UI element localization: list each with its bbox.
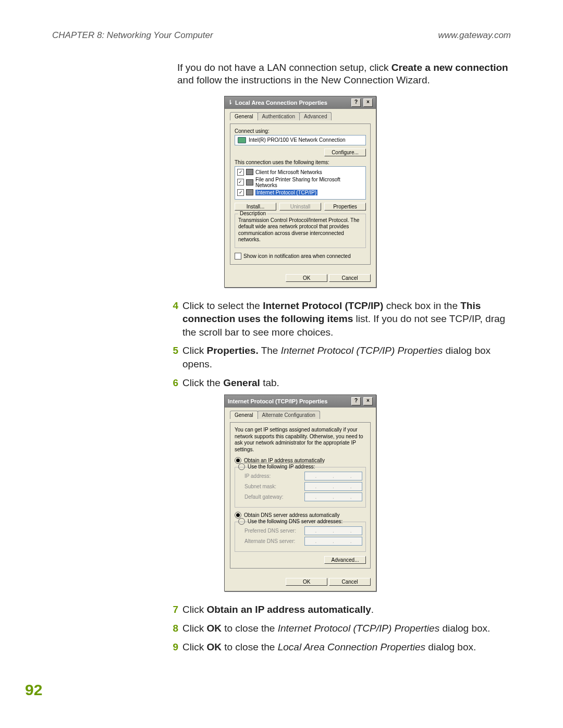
checkbox-icon[interactable]: [237, 179, 244, 186]
connection-items-list[interactable]: Client for Microsoft Networks File and P…: [235, 166, 366, 200]
tab-general[interactable]: General: [230, 411, 258, 419]
subnet-mask-row: Subnet mask:...: [238, 482, 362, 491]
adapter-name: Intel(R) PRO/100 VE Network Connection: [249, 137, 346, 143]
description-group: Description Transmission Control Protoco…: [235, 214, 366, 248]
step-7: 7 Click Obtain an IP address automatical…: [167, 603, 511, 616]
item-tcpip[interactable]: Internet Protocol (TCP/IP): [237, 189, 363, 196]
tab-general[interactable]: General: [230, 112, 258, 120]
step-6: 6 Click the General tab.: [167, 376, 511, 390]
tcpip-properties-dialog: Internet Protocol (TCP/IP) Properties ? …: [224, 394, 376, 591]
checkbox-icon[interactable]: [237, 169, 244, 176]
description-text: Transmission Control Protocol/Internet P…: [238, 217, 362, 243]
ok-button[interactable]: OK: [286, 274, 327, 282]
radio-static-ip[interactable]: Use the following IP address:: [238, 463, 362, 470]
checkbox-icon[interactable]: [235, 253, 241, 260]
nic-icon: [238, 137, 246, 143]
adapter-field: Intel(R) PRO/100 VE Network Connection: [235, 135, 366, 145]
checkbox-icon[interactable]: [237, 189, 244, 196]
network-icon: ⇂: [228, 99, 232, 106]
lan-properties-dialog: ⇂ Local Area Connection Properties ? × G…: [224, 96, 376, 288]
ip-address-input: ...: [304, 472, 362, 480]
tcpip-dialog-titlebar[interactable]: Internet Protocol (TCP/IP) Properties ? …: [225, 395, 376, 408]
tcpip-selected-label: Internet Protocol (TCP/IP): [255, 190, 317, 195]
item-file-printer-sharing[interactable]: File and Printer Sharing for Microsoft N…: [237, 176, 363, 189]
step-9: 9 Click OK to close the Local Area Conne…: [167, 640, 511, 654]
protocol-icon: [246, 189, 253, 195]
step-5: 5 Click Properties. The Internet Protoco…: [167, 344, 511, 371]
step-8: 8 Click OK to close the Internet Protoco…: [167, 622, 511, 635]
alternate-dns-row: Alternate DNS server:...: [238, 537, 362, 546]
tcpip-explain-text: You can get IP settings assigned automat…: [235, 427, 366, 453]
default-gateway-row: Default gateway:...: [238, 492, 362, 501]
description-title: Description: [238, 211, 267, 216]
tab-alternate-config[interactable]: Alternate Configuration: [258, 411, 320, 419]
cancel-button[interactable]: Cancel: [329, 578, 371, 586]
header-url: www.gateway.com: [438, 30, 511, 41]
client-icon: [246, 169, 253, 175]
tcpip-dialog-title: Internet Protocol (TCP/IP) Properties: [228, 398, 327, 404]
page-header: CHAPTER 8: Networking Your Computer www.…: [52, 30, 511, 41]
radio-icon[interactable]: [238, 463, 245, 470]
close-button[interactable]: ×: [363, 397, 373, 405]
properties-button[interactable]: Properties: [324, 203, 366, 211]
tab-authentication[interactable]: Authentication: [258, 112, 300, 120]
sharing-icon: [246, 179, 253, 186]
help-button[interactable]: ?: [351, 397, 361, 405]
subnet-mask-input: ...: [304, 482, 362, 491]
items-label: This connection uses the following items…: [235, 159, 366, 165]
show-icon-option[interactable]: Show icon in notification area when conn…: [235, 252, 366, 260]
preferred-dns-row: Preferred DNS server:...: [238, 526, 362, 535]
configure-button[interactable]: Configure...: [324, 149, 366, 156]
preferred-dns-input: ...: [304, 526, 362, 535]
ip-address-row: IP address:...: [238, 472, 362, 480]
lan-dialog-titlebar[interactable]: ⇂ Local Area Connection Properties ? ×: [225, 96, 376, 109]
install-button[interactable]: Install...: [235, 203, 276, 211]
cancel-button[interactable]: Cancel: [329, 274, 371, 282]
lan-tabs: General Authentication Advanced: [230, 112, 371, 120]
page-number: 92: [25, 681, 42, 699]
connect-using-label: Connect using:: [235, 128, 366, 134]
close-button[interactable]: ×: [363, 98, 373, 107]
radio-static-dns[interactable]: Use the following DNS server addresses:: [238, 518, 362, 525]
tab-advanced[interactable]: Advanced: [299, 112, 332, 120]
tcpip-tabs: General Alternate Configuration: [230, 411, 371, 419]
default-gateway-input: ...: [304, 492, 362, 501]
help-button[interactable]: ?: [351, 98, 361, 107]
uninstall-button: Uninstall: [279, 203, 321, 211]
radio-icon[interactable]: [238, 518, 245, 525]
chapter-title: CHAPTER 8: Networking Your Computer: [52, 30, 213, 41]
intro-paragraph: If you do not have a LAN connection setu…: [177, 61, 511, 87]
step-4: 4 Click to select the Internet Protocol …: [167, 299, 511, 339]
advanced-button[interactable]: Advanced...: [324, 556, 366, 564]
alternate-dns-input: ...: [304, 537, 362, 546]
item-client[interactable]: Client for Microsoft Networks: [237, 168, 363, 176]
lan-dialog-title: Local Area Connection Properties: [235, 100, 327, 106]
ok-button[interactable]: OK: [286, 578, 327, 586]
